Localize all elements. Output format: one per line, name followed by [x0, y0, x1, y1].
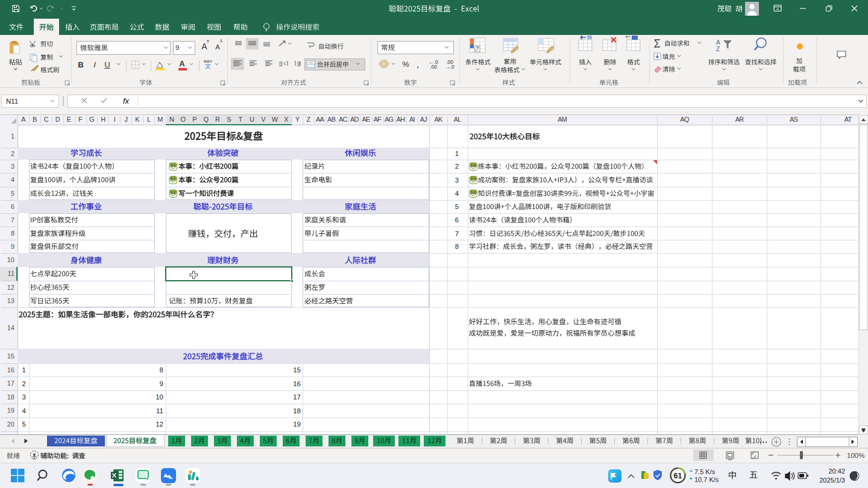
- svg-text:61: 61: [674, 472, 682, 480]
- svg-text:A: A: [716, 39, 720, 46]
- svg-text:Z: Z: [716, 46, 720, 52]
